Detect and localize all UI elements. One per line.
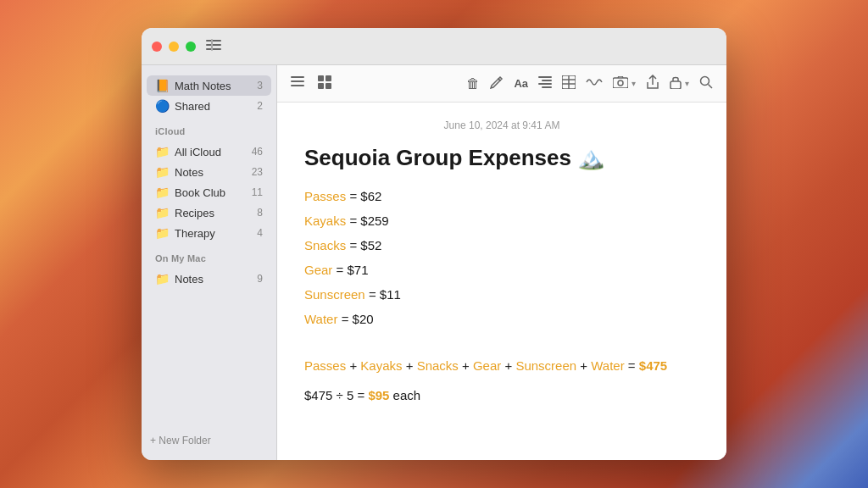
svg-rect-5 xyxy=(291,80,304,82)
content-panel: 🗑 Aa xyxy=(277,65,726,460)
new-folder-label: + New Folder xyxy=(150,435,211,446)
sunscreen-label: Sunscreen xyxy=(304,287,365,302)
toolbar-left xyxy=(291,75,331,92)
formula-passes: Passes xyxy=(304,358,346,373)
svg-rect-21 xyxy=(670,81,681,89)
all-icloud-count: 46 xyxy=(252,146,263,158)
passes-line: Passes = $62 xyxy=(304,185,699,208)
trash-icon[interactable]: 🗑 xyxy=(466,76,480,92)
note-timestamp: June 10, 2024 at 9:41 AM xyxy=(304,119,699,131)
indent-icon[interactable] xyxy=(538,76,552,92)
note-area[interactable]: June 10, 2024 at 9:41 AM Sequoia Group E… xyxy=(277,103,726,460)
formula-result: $475 xyxy=(639,358,667,373)
wave-icon[interactable] xyxy=(586,76,603,92)
search-icon[interactable] xyxy=(699,75,713,92)
notes-local-count: 9 xyxy=(257,273,263,285)
sidebar-item-recipes[interactable]: 📁 Recipes 8 xyxy=(147,202,271,223)
svg-rect-8 xyxy=(326,75,331,81)
sidebar-footer: + New Folder xyxy=(142,428,276,453)
new-folder-button[interactable]: + New Folder xyxy=(150,435,268,446)
icloud-section: 📁 All iCloud 46 📁 Notes 23 📁 Book Club 1… xyxy=(142,138,276,247)
share-icon[interactable] xyxy=(646,75,659,93)
font-icon[interactable]: Aa xyxy=(514,77,528,90)
note-body: Passes = $62 Kayaks = $259 Snacks = $52 … xyxy=(304,185,699,407)
pinned-section: 📙 Math Notes 3 🔵 Shared 2 xyxy=(142,72,276,119)
sidebar-item-shared[interactable]: 🔵 Shared 2 xyxy=(147,96,271,116)
svg-rect-11 xyxy=(538,76,552,78)
note-title-text: Sequoia Group Expenses 🏔️ xyxy=(304,145,604,170)
sidebar-toggle-icon[interactable] xyxy=(206,39,221,54)
calc-suffix: each xyxy=(393,388,421,402)
main-area: 📙 Math Notes 3 🔵 Shared 2 iCloud 📁 All i… xyxy=(142,65,726,460)
svg-rect-14 xyxy=(542,86,552,88)
close-button[interactable] xyxy=(152,42,162,52)
sidebar: 📙 Math Notes 3 🔵 Shared 2 iCloud 📁 All i… xyxy=(142,65,277,460)
camera-dropdown-icon[interactable]: ▾ xyxy=(632,79,636,88)
sidebar-item-therapy[interactable]: 📁 Therapy 4 xyxy=(147,223,271,243)
sunscreen-equals: = $11 xyxy=(369,287,401,302)
kayaks-label: Kayaks xyxy=(304,214,346,228)
titlebar xyxy=(142,28,726,65)
therapy-count: 4 xyxy=(257,227,263,239)
sidebar-item-book-club[interactable]: 📁 Book Club 11 xyxy=(147,182,271,202)
svg-point-22 xyxy=(701,76,709,85)
svg-rect-13 xyxy=(538,83,552,85)
svg-rect-12 xyxy=(542,80,552,81)
shared-label: Shared xyxy=(175,100,257,113)
sidebar-item-all-icloud[interactable]: 📁 All iCloud 46 xyxy=(147,141,271,162)
gear-equals: = $71 xyxy=(337,263,369,277)
toolbar-right: 🗑 Aa xyxy=(466,75,713,93)
kayaks-equals: = $259 xyxy=(349,214,388,228)
water-equals: = $20 xyxy=(342,312,374,326)
notes-icon: 📁 xyxy=(155,165,170,179)
svg-rect-4 xyxy=(291,76,304,78)
recipes-label: Recipes xyxy=(175,207,257,219)
math-notes-count: 3 xyxy=(257,80,263,92)
formula-gear: Gear xyxy=(473,358,501,373)
lock-icon[interactable] xyxy=(670,75,682,92)
onmymac-section-label: On My Mac xyxy=(142,247,276,265)
formula-kayaks: Kayaks xyxy=(360,358,402,373)
passes-equals: = $62 xyxy=(349,189,381,203)
lock-dropdown-icon[interactable]: ▾ xyxy=(685,79,689,88)
gear-label: Gear xyxy=(304,263,332,277)
kayaks-line: Kayaks = $259 xyxy=(304,209,699,232)
recipes-count: 8 xyxy=(257,207,263,219)
all-icloud-label: All iCloud xyxy=(175,146,252,158)
svg-rect-1 xyxy=(206,44,221,46)
svg-line-23 xyxy=(709,84,713,88)
snacks-line: Snacks = $52 xyxy=(304,234,699,257)
formula-water: Water xyxy=(591,358,624,373)
water-label: Water xyxy=(304,312,337,326)
passes-label: Passes xyxy=(304,189,346,203)
compose-icon[interactable] xyxy=(490,75,504,92)
sidebar-item-notes-local[interactable]: 📁 Notes 9 xyxy=(147,269,271,289)
notes-label: Notes xyxy=(175,166,252,179)
svg-rect-6 xyxy=(291,85,304,86)
therapy-icon: 📁 xyxy=(155,226,170,240)
list-view-icon[interactable] xyxy=(291,76,304,92)
svg-rect-3 xyxy=(211,39,213,51)
camera-icon[interactable] xyxy=(613,76,628,92)
calc-text: $475 ÷ 5 = xyxy=(304,388,368,402)
sidebar-item-math-notes[interactable]: 📙 Math Notes 3 xyxy=(147,75,271,96)
svg-rect-19 xyxy=(613,78,628,88)
sidebar-item-notes[interactable]: 📁 Notes 23 xyxy=(147,162,271,182)
onmymac-section: 📁 Notes 9 xyxy=(142,265,276,292)
formula-snacks: Snacks xyxy=(417,358,459,373)
table-icon[interactable] xyxy=(562,75,576,92)
notes-window: 📙 Math Notes 3 🔵 Shared 2 iCloud 📁 All i… xyxy=(142,28,726,460)
svg-rect-7 xyxy=(318,75,324,81)
calc-line: $475 ÷ 5 = $95 each xyxy=(304,384,699,407)
grid-view-icon[interactable] xyxy=(318,75,331,92)
divider xyxy=(304,339,699,346)
snacks-equals: = $52 xyxy=(349,238,381,252)
maximize-button[interactable] xyxy=(186,42,196,52)
note-toolbar: 🗑 Aa xyxy=(277,65,726,103)
traffic-lights xyxy=(152,42,196,52)
therapy-label: Therapy xyxy=(175,227,257,240)
notes-count: 23 xyxy=(252,166,263,178)
svg-point-20 xyxy=(618,80,623,86)
minimize-button[interactable] xyxy=(169,42,179,52)
math-notes-label: Math Notes xyxy=(175,80,257,92)
